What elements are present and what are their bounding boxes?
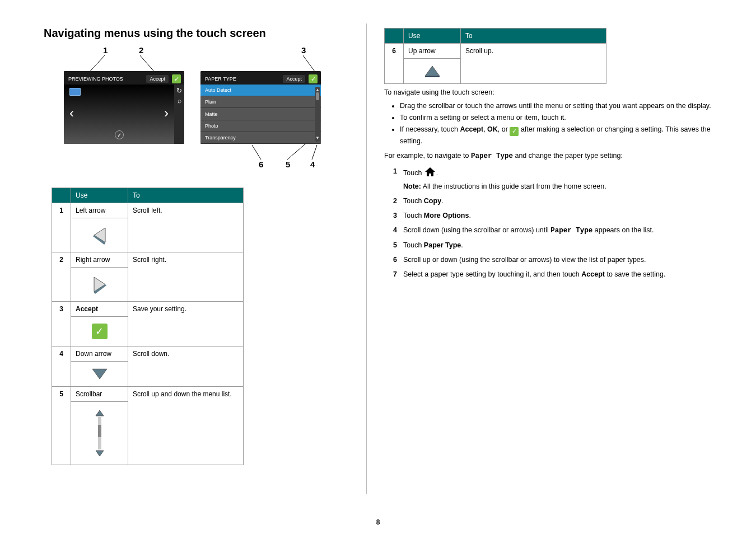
list-item[interactable]: Plain (200, 96, 321, 108)
table-header-use: Use (404, 29, 461, 44)
left-arrow-cell (71, 218, 128, 252)
down-arrow-icon[interactable]: ▼ (315, 136, 320, 140)
screen-previewing-photos: PREVIEWING PHOTOS Accept ✓ ↻ ⌕ ‹ › ✓ (64, 71, 184, 144)
svg-line-3 (312, 145, 317, 160)
page-title: Navigating menus using the touch screen (44, 27, 266, 40)
right-arrow-cell (71, 268, 128, 302)
screen2-list: Auto Detect Plain Matte Photo Transparen… (200, 85, 321, 144)
callout-6: 6 (259, 160, 263, 169)
refresh-icon[interactable]: ↻ (175, 87, 183, 95)
check-icon: ✓ (92, 324, 108, 339)
row-to: Save your setting. (128, 302, 244, 346)
step-1: Touch . Note: All the instructions in th… (393, 166, 715, 191)
table-header-blank (52, 188, 71, 203)
svg-marker-16 (425, 167, 435, 176)
step-3: Touch More Options. (393, 210, 715, 221)
row-to: Scroll down. (128, 346, 244, 387)
screen2-accept-button[interactable]: Accept (283, 75, 305, 83)
screen-paper-type: PAPER TYPE Accept ✓ Auto Detect Plain Ma… (200, 71, 321, 144)
svg-marker-12 (96, 410, 104, 416)
scrollbar-thumb[interactable] (316, 92, 319, 100)
step-5: Touch Paper Type. (393, 240, 715, 250)
row-to: Scroll up and down the menu list. (128, 387, 244, 465)
column-divider (366, 24, 367, 494)
svg-marker-10 (92, 369, 107, 379)
scrollbar-icon (95, 409, 104, 457)
scrollbar-cell (71, 402, 128, 465)
table-header-blank (385, 29, 404, 44)
row-num: 5 (52, 387, 71, 465)
scrollbar[interactable]: ▲ ▼ (315, 87, 320, 142)
row-num: 2 (52, 252, 71, 302)
table-header-use: Use (71, 188, 128, 203)
table-header-to: To (128, 188, 244, 203)
controls-table-1: Use To 1 Left arrow Scroll left. 2 Right… (52, 188, 244, 465)
down-arrow-icon (90, 367, 109, 381)
right-arrow-icon (92, 275, 108, 294)
example-line: For example, to navigate to Paper Type a… (384, 151, 715, 161)
row-to: Scroll left. (128, 203, 244, 252)
list-item[interactable]: Matte (200, 108, 321, 120)
bullet: To confirm a setting or select a menu or… (400, 113, 715, 123)
row-use: Accept (71, 302, 128, 317)
row-num: 6 (385, 44, 404, 84)
up-arrow-icon[interactable]: ▲ (315, 88, 320, 92)
svg-marker-15 (425, 76, 440, 77)
row-use: Scrollbar (71, 387, 128, 402)
list-item[interactable]: Transparency (200, 132, 321, 144)
left-arrow-icon (92, 226, 108, 245)
svg-marker-14 (425, 66, 440, 76)
row-use: Up arrow (404, 44, 461, 59)
home-icon (424, 166, 436, 177)
check-icon: ✓ (510, 127, 519, 136)
callout-5: 5 (286, 160, 290, 169)
up-arrow-icon (423, 64, 442, 78)
svg-line-4 (287, 142, 308, 160)
screen2-title: PAPER TYPE (205, 76, 236, 82)
row-use: Left arrow (71, 203, 128, 218)
list-item[interactable]: Photo (200, 120, 321, 132)
row-use: Right arrow (71, 252, 128, 268)
up-arrow-cell (404, 59, 461, 84)
callout-2: 2 (139, 45, 143, 55)
step-7: Select a paper type setting by touching … (393, 269, 715, 279)
intro-line: To navigate using the touch screen: (384, 87, 715, 97)
callout-1: 1 (103, 45, 108, 55)
left-arrow-icon[interactable]: ‹ (69, 105, 74, 121)
bullet: If necessary, touch Accept, OK, or ✓ aft… (400, 124, 715, 146)
check-icon[interactable]: ✓ (309, 74, 318, 83)
callout-3: 3 (301, 45, 306, 55)
row-num: 4 (52, 346, 71, 387)
step-6: Scroll up or down (using the scrollbar o… (393, 255, 715, 265)
bullet: Drag the scrollbar or touch the arrows u… (400, 101, 715, 111)
page-number: 8 (0, 518, 756, 526)
step-2: Touch Copy. (393, 196, 715, 206)
row-num: 1 (52, 203, 71, 252)
controls-table-2: Use To 6 Up arrow Scroll up. (384, 28, 606, 84)
photo-thumbnail-icon (69, 88, 81, 96)
search-icon[interactable]: ⌕ (175, 97, 183, 105)
check-icon[interactable]: ✓ (172, 74, 181, 83)
table-header-to: To (461, 29, 606, 44)
ok-dot-icon[interactable]: ✓ (115, 130, 124, 139)
svg-marker-13 (96, 451, 104, 456)
right-arrow-icon[interactable]: › (164, 105, 169, 121)
screen1-sidebar: ↻ ⌕ (174, 85, 184, 144)
down-arrow-cell (71, 362, 128, 387)
screen1-title: PREVIEWING PHOTOS (68, 76, 123, 82)
accept-cell: ✓ (71, 317, 128, 346)
diagram-area: 1 2 3 4 5 6 PREVIEWING PHOTOS Accept ✓ ↻… (50, 42, 336, 171)
instruction-text: To navigate using the touch screen: Drag… (384, 84, 715, 284)
screen1-body: ‹ › ✓ (64, 85, 174, 144)
svg-line-5 (252, 145, 261, 160)
row-use: Down arrow (71, 346, 128, 362)
step-4: Scroll down (using the scrollbar or arro… (393, 225, 715, 236)
screen1-accept-button[interactable]: Accept (146, 75, 169, 83)
row-to: Scroll up. (461, 44, 606, 84)
callout-4: 4 (310, 160, 315, 169)
svg-marker-11 (92, 368, 107, 369)
list-item[interactable]: Auto Detect (200, 85, 321, 96)
row-to: Scroll right. (128, 252, 244, 302)
row-num: 3 (52, 302, 71, 346)
